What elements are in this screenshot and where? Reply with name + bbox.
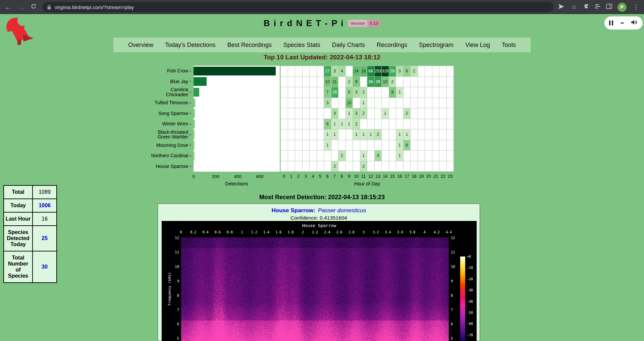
heatmap-cell [375,161,382,172]
spectrogram-x-tick: 1.6 [275,230,281,234]
heatmap-cell: 1 [396,151,404,161]
nav-item-overview[interactable]: Overview [128,42,153,49]
heatmap-cell [317,129,324,140]
heatmap-cell [447,66,454,77]
browser-menu-icon[interactable]: ⋮ [632,3,640,11]
heatmap-cell: 1 [324,140,331,151]
nav-item-species-stats[interactable]: Species Stats [283,42,320,49]
pause-icon[interactable] [609,20,613,25]
heatmap-cell: 1 [396,140,404,151]
hour-tick: 4 [309,174,317,179]
heatmap-cell [338,77,346,88]
spectrogram-y-tick: 8 [168,293,179,297]
heatmap-cell [367,119,375,130]
url-text: virginia.birdnetpi.com/?stream=play [55,4,134,10]
colorbar-tick: -10 [467,266,477,270]
species-label: Tufted Titmouse [151,98,191,108]
heatmap-cell: 10 [346,98,353,109]
detections-tick: 400 [234,174,241,179]
heatmap-cell [346,129,353,140]
heatmap-cell [418,77,425,88]
heatmap-cell [281,119,288,130]
heatmap-cell [375,119,382,130]
colorbar-tick: -70 [467,333,477,337]
bookmark-star-icon[interactable]: ☆ [570,3,578,11]
heatmap-cell: 1 [367,129,375,140]
stats-value[interactable]: 25 [33,226,57,251]
spectrogram-y-tick: 9 [168,279,179,283]
spectrogram-y-tick-right: 7 [451,308,462,312]
forward-icon[interactable]: → [17,3,25,11]
reading-list-icon[interactable] [595,4,601,10]
nav-item-spectrogram[interactable]: Spectrogram [419,42,453,49]
nav-item-daily-charts[interactable]: Daily Charts [332,42,365,49]
extensions-puzzle-icon[interactable] [583,3,589,11]
heatmap-cell: 1 [396,87,404,98]
heatmap-cell [411,77,418,88]
send-icon[interactable] [558,4,565,11]
heatmap-cell [382,151,389,161]
heatmap-cell [425,66,432,77]
back-icon[interactable]: ← [4,3,12,11]
heatmap-cell: 6 [404,140,411,151]
heatmap-cell [382,87,389,98]
nav-item-tools[interactable]: Tools [502,42,516,49]
nav-item-recordings[interactable]: Recordings [377,42,407,49]
heatmap-cell [338,98,346,109]
heatmap-cell [281,98,288,109]
heatmap-cell [404,119,411,130]
nav-item-best-recordings[interactable]: Best Recordings [227,42,272,49]
stats-value[interactable]: 1006 [33,199,57,212]
heatmap-cell [310,140,317,151]
heatmap-cell [396,77,404,88]
nav-item-today-s-detections[interactable]: Today's Detections [165,42,216,49]
hour-tick: 14 [382,174,389,179]
player-time-dash [621,22,624,23]
heatmap-cell [389,161,396,172]
heatmap-cell [439,151,447,161]
heatmap-cell [281,66,288,77]
stats-label: Last Hour [4,212,33,226]
heatmap-cell: 26 [331,87,339,98]
heatmap-cell [382,119,389,130]
profile-avatar[interactable]: P [618,3,627,12]
address-bar[interactable]: virginia.birdnetpi.com/?stream=play [42,2,553,12]
heatmap-cell [338,87,346,98]
detections-tick: 200 [212,174,219,179]
heatmap-cell [288,161,296,172]
audio-player[interactable] [604,16,643,30]
colorbar-tick: -50 [467,311,477,315]
heatmap-cell [353,151,360,161]
nav-item-view-log[interactable]: View Log [465,42,490,49]
spectrogram-x-tick: 0.6 [215,230,221,234]
spectrogram-x-tick: 3.6 [397,230,403,234]
detection-common-name[interactable]: House Sparrow: [272,207,315,214]
heatmap-cell: 6 [404,66,411,77]
stats-value: 16 [33,212,57,226]
heatmap-cell [404,98,411,109]
reload-icon[interactable] [30,3,38,11]
heatmap-cell [447,140,454,151]
hour-tick: 17 [403,174,411,179]
heatmap-cell: 1 [346,108,353,119]
heatmap-cell [338,140,346,151]
heatmap-cell: 14 [353,66,360,77]
heatmap-cell: 2 [404,108,411,119]
heatmap-cell: 2 [389,77,396,88]
heatmap-cell [389,140,396,151]
spectrogram-x-tick: 2 [302,230,304,234]
main-nav: OverviewToday's DetectionsBest Recording… [113,38,531,52]
side-panel-icon[interactable] [606,4,612,10]
page-title: B i r d N E T - P i [264,18,344,29]
heatmap-cell [310,119,317,130]
spectrogram-x-tick: 2.6 [336,230,342,234]
heatmap-cell [432,66,440,77]
heatmap-cell [295,108,303,119]
heatmap-cell [353,140,360,151]
hour-tick: 15 [389,174,396,179]
heatmap-cell: 2 [360,87,368,98]
stats-value[interactable]: 30 [33,251,57,283]
speaker-icon[interactable] [631,19,638,26]
hour-tick: 13 [374,174,382,179]
detections-bar [194,67,276,75]
